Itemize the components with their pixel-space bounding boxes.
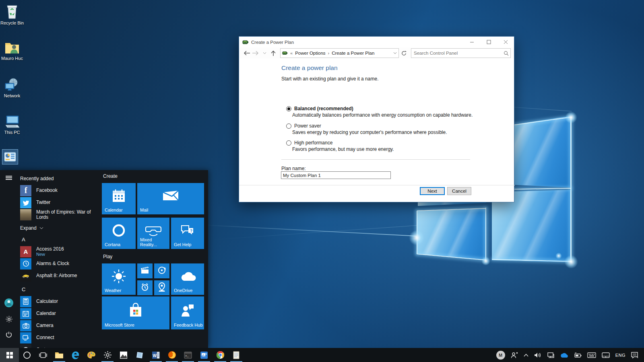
refresh-button[interactable]: [400, 49, 408, 58]
tray-action-center[interactable]: [628, 348, 644, 362]
tile-alarms[interactable]: [137, 280, 153, 295]
tray-show-hidden[interactable]: [521, 348, 531, 362]
close-button[interactable]: [497, 37, 514, 47]
tile-get-help[interactable]: ? Get Help: [171, 218, 204, 249]
taskbar-file-explorer[interactable]: [51, 348, 67, 362]
firefox-icon: [168, 351, 176, 359]
tray-touchpad[interactable]: [599, 348, 613, 362]
address-dropdown-icon[interactable]: [393, 52, 397, 54]
tile-cortana[interactable]: Cortana: [102, 218, 136, 249]
tile-microsoft-store[interactable]: Microsoft Store: [102, 296, 169, 329]
recent-pages-dropdown[interactable]: [260, 49, 269, 58]
notepad-icon: [233, 351, 240, 359]
app-item-asphalt-8[interactable]: Asphalt 8: Airborne: [19, 270, 102, 282]
radio-balanced[interactable]: [286, 106, 291, 111]
taskbar-cortana-search[interactable]: [19, 348, 35, 362]
app-item-camera[interactable]: Camera: [19, 320, 102, 331]
tray-battery[interactable]: [571, 348, 584, 362]
minimize-button[interactable]: [463, 37, 480, 47]
section-letter-c[interactable]: C: [22, 286, 102, 292]
app-item-access-2016[interactable]: A Access 2016 New: [19, 246, 102, 257]
tray-people[interactable]: [508, 348, 521, 362]
taskbar-firefox[interactable]: [164, 348, 180, 362]
taskbar-chrome[interactable]: [212, 348, 228, 362]
tray-language[interactable]: ENG: [613, 348, 628, 362]
tile-maps[interactable]: [154, 280, 169, 295]
desktop-icon-network[interactable]: Network: [0, 78, 27, 98]
user-avatar[interactable]: [4, 298, 14, 308]
taskbar-edge[interactable]: [67, 348, 83, 362]
tile-movies-tv[interactable]: [137, 263, 153, 278]
app-item-cortana[interactable]: Cortana: [19, 344, 102, 348]
taskbar-task-view[interactable]: [35, 348, 51, 362]
tile-feedback-hub[interactable]: Feedback Hub: [171, 296, 204, 329]
up-button[interactable]: [269, 49, 278, 58]
chrome-icon: [216, 351, 225, 359]
access-2016-icon: A: [20, 246, 31, 257]
tray-network[interactable]: [544, 348, 557, 362]
section-letter-a[interactable]: A: [22, 237, 102, 243]
breadcrumb-create-power-plan[interactable]: Create a Power Plan: [332, 51, 374, 56]
taskbar-photos-app[interactable]: [196, 348, 212, 362]
radio-option-balanced[interactable]: Balanced (recommended): [286, 106, 353, 111]
expand-toggle[interactable]: Expand: [20, 224, 102, 232]
back-button[interactable]: [242, 49, 251, 58]
power-icon[interactable]: [4, 330, 14, 339]
app-item-facebook[interactable]: f Facebook: [19, 185, 102, 196]
maximize-button[interactable]: [480, 37, 497, 47]
tray-volume[interactable]: [531, 348, 544, 362]
radio-description: Saves energy by reducing your computer's…: [292, 130, 447, 135]
radio-option-high-performance[interactable]: High performance: [286, 140, 332, 146]
app-item-alarms-clock[interactable]: Alarms & Clock: [19, 258, 102, 269]
plan-name-input[interactable]: [281, 171, 391, 179]
tray-onedrive[interactable]: [557, 348, 571, 362]
tile-groove-music[interactable]: [154, 263, 169, 278]
search-input[interactable]: [413, 50, 504, 56]
start-button[interactable]: [0, 348, 19, 362]
forward-button[interactable]: [251, 49, 260, 58]
photo-viewer-icon: [200, 351, 208, 359]
breadcrumb[interactable]: « Power Options › Create a Power Plan: [280, 48, 399, 58]
wallpaper-glow: [564, 255, 578, 269]
desktop-icon-this-pc[interactable]: This PC: [0, 114, 27, 135]
radio-high-performance[interactable]: [286, 140, 291, 146]
desktop-icon-label: Recycle Bin: [0, 21, 24, 25]
taskbar-notepad[interactable]: [228, 348, 244, 362]
tile-mixed-reality[interactable]: Mixed Reality...: [137, 218, 169, 249]
settings-gear-icon[interactable]: [4, 314, 14, 324]
desktop-icon-control-panel[interactable]: [2, 149, 18, 165]
taskbar-settings[interactable]: [99, 348, 116, 362]
app-item-connect[interactable]: Connect: [19, 332, 102, 343]
desktop-icon-recycle-bin[interactable]: Recycle Bin: [0, 4, 27, 25]
breadcrumb-power-options[interactable]: Power Options: [295, 51, 325, 56]
tile-weather[interactable]: Weather: [102, 263, 136, 295]
taskbar-paint[interactable]: [83, 348, 99, 362]
taskbar-sticky-notes[interactable]: [132, 348, 148, 362]
window-titlebar[interactable]: Create a Power Plan: [239, 37, 514, 47]
calendar-tile-icon: [111, 189, 126, 204]
wallpaper-glow: [565, 111, 577, 123]
radio-power-saver[interactable]: [286, 123, 291, 129]
tray-user-account[interactable]: M: [493, 348, 508, 362]
radio-option-power-saver[interactable]: Power saver: [286, 123, 321, 129]
next-button[interactable]: Next: [420, 187, 445, 195]
taskbar-photos[interactable]: [116, 348, 132, 362]
hamburger-icon[interactable]: [4, 173, 14, 183]
tile-calendar[interactable]: Calendar: [102, 183, 136, 214]
desktop-icon-label: This PC: [4, 130, 20, 135]
tile-group-play[interactable]: Play: [103, 254, 112, 259]
search-box[interactable]: [411, 48, 511, 58]
tray-touch-keyboard[interactable]: [584, 348, 599, 362]
taskbar-word[interactable]: W: [148, 348, 164, 362]
tile-mail[interactable]: Mail: [137, 183, 204, 214]
app-item-march-of-empires[interactable]: March of Empires: War of Lords: [19, 209, 102, 220]
tile-group-create[interactable]: Create: [103, 173, 118, 179]
refresh-icon: [401, 51, 407, 56]
app-item-twitter[interactable]: Twitter: [19, 197, 102, 208]
app-item-calendar[interactable]: Calendar: [19, 308, 102, 319]
desktop-icon-user-folder[interactable]: Mauro Huc: [0, 41, 27, 61]
taskbar-command-prompt[interactable]: >_: [180, 348, 196, 362]
cancel-button[interactable]: Cancel: [447, 187, 471, 195]
app-item-calculator[interactable]: Calculator: [19, 296, 102, 307]
tile-onedrive[interactable]: OneDrive: [171, 263, 204, 295]
